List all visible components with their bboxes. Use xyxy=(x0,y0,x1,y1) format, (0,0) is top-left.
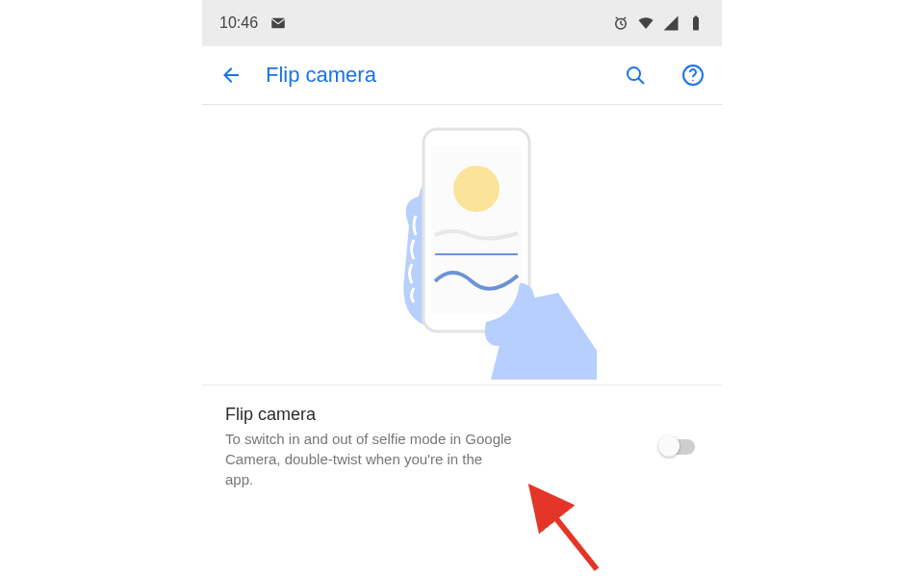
svg-rect-7 xyxy=(695,16,698,18)
svg-point-14 xyxy=(453,166,500,212)
svg-rect-6 xyxy=(693,17,699,31)
setting-text-block: Flip camera To switch in and out of self… xyxy=(225,405,641,489)
battery-icon xyxy=(687,14,705,32)
status-time: 10:46 xyxy=(219,14,258,32)
svg-line-4 xyxy=(616,17,618,19)
help-button[interactable] xyxy=(680,62,706,89)
status-bar: 10:46 xyxy=(202,0,722,46)
svg-line-5 xyxy=(624,17,626,19)
flip-camera-toggle[interactable] xyxy=(660,438,699,456)
svg-point-8 xyxy=(628,67,640,80)
phone-frame: 10:46 Flip camera xyxy=(202,0,722,578)
wifi-icon xyxy=(637,14,654,32)
svg-line-9 xyxy=(638,78,644,84)
app-header: Flip camera xyxy=(202,46,722,105)
mail-icon xyxy=(270,14,287,32)
flip-camera-setting-row[interactable]: Flip camera To switch in and out of self… xyxy=(202,384,722,509)
setting-title: Flip camera xyxy=(225,405,641,425)
back-button[interactable] xyxy=(218,62,244,89)
search-button[interactable] xyxy=(622,62,649,89)
alarm-icon xyxy=(612,14,629,32)
illustration xyxy=(202,105,722,384)
svg-point-11 xyxy=(692,80,694,82)
setting-description: To switch in and out of selfie mode in G… xyxy=(225,429,514,489)
svg-rect-0 xyxy=(271,18,285,29)
signal-icon xyxy=(662,14,680,32)
page-title: Flip camera xyxy=(266,63,591,88)
svg-line-3 xyxy=(621,24,623,26)
